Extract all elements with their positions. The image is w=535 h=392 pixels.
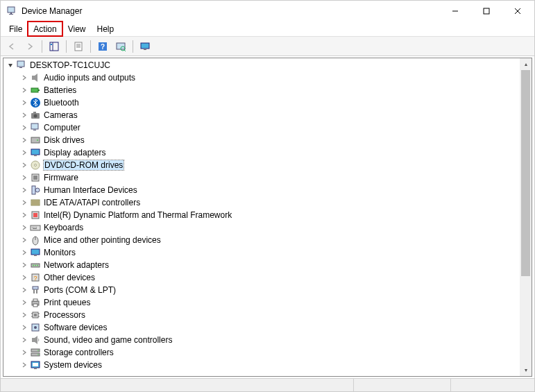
chevron-right-icon[interactable] (20, 211, 28, 219)
tree-item[interactable]: Sound, video and game controllers (3, 334, 520, 346)
chevron-right-icon[interactable] (20, 123, 28, 132)
chevron-right-icon[interactable] (20, 86, 28, 94)
tree-item-label: Monitors (44, 248, 76, 257)
svg-rect-19 (141, 43, 149, 49)
scroll-track[interactable] (520, 70, 532, 364)
svg-point-60 (35, 265, 36, 266)
statusbar (1, 378, 534, 392)
mouse-icon (30, 235, 41, 246)
svg-point-33 (37, 139, 38, 141)
svg-text:?: ? (101, 43, 105, 51)
show-hide-console-tree-button[interactable] (46, 39, 62, 54)
menu-file[interactable]: File (3, 22, 28, 36)
bluetooth-icon (30, 97, 41, 108)
chevron-right-icon[interactable] (20, 248, 28, 257)
titlebar: Device Manager (1, 1, 534, 22)
thermal-icon (30, 210, 41, 221)
chevron-right-icon[interactable] (20, 323, 28, 332)
chevron-right-icon[interactable] (20, 236, 28, 244)
chevron-right-icon[interactable] (20, 286, 28, 294)
chevron-right-icon[interactable] (20, 198, 28, 207)
tree-item[interactable]: Intel(R) Dynamic Platform and Thermal Fr… (3, 209, 520, 221)
tree-item[interactable]: System devices (3, 359, 520, 371)
help-button[interactable]: ? (94, 39, 111, 54)
monitor-icon (30, 247, 41, 258)
tree-item[interactable]: Cameras (3, 109, 520, 121)
chevron-right-icon[interactable] (20, 273, 28, 282)
tree-item[interactable]: Mice and other pointing devices (3, 234, 520, 246)
chevron-right-icon[interactable] (20, 298, 28, 307)
monitor-button[interactable] (137, 39, 153, 54)
tree-item[interactable]: Ports (COM & LPT) (3, 284, 520, 296)
chevron-right-icon[interactable] (20, 336, 28, 344)
window-title: Device Manager (22, 6, 82, 16)
chevron-right-icon[interactable] (20, 348, 28, 357)
tree-item[interactable]: Firmware (3, 171, 520, 184)
svg-rect-39 (33, 176, 37, 180)
properties-button[interactable] (70, 39, 87, 54)
svg-rect-31 (33, 130, 36, 130)
menubar: File Action View Help (1, 22, 534, 37)
chevron-right-icon[interactable] (20, 361, 28, 369)
svg-rect-35 (34, 155, 37, 156)
tree-item[interactable]: IDE ATA/ATAPI controllers (3, 196, 520, 209)
audio-icon (30, 72, 41, 83)
tree-item[interactable]: Processors (3, 309, 520, 321)
tree-item[interactable]: Audio inputs and outputs (3, 71, 520, 84)
svg-rect-56 (31, 249, 40, 255)
scroll-up-button[interactable]: ▴ (520, 58, 532, 70)
tree-item[interactable]: Network adapters (3, 259, 520, 271)
menu-view[interactable]: View (62, 22, 92, 36)
chevron-right-icon[interactable] (20, 161, 28, 169)
svg-rect-24 (31, 88, 38, 92)
tree-item-label: Batteries (44, 85, 76, 95)
chevron-right-icon[interactable] (20, 173, 28, 182)
minimize-button[interactable] (439, 1, 470, 22)
tree-scroll-area[interactable]: DESKTOP-TC1CUJC Audio inputs and outputs… (3, 58, 520, 376)
scroll-thumb[interactable] (521, 70, 530, 276)
tree-item[interactable]: Computer (3, 121, 520, 134)
tree-root[interactable]: DESKTOP-TC1CUJC (3, 59, 520, 71)
tree-item[interactable]: Human Interface Devices (3, 184, 520, 196)
tree-item[interactable]: Print queues (3, 296, 520, 309)
chevron-right-icon[interactable] (20, 99, 28, 107)
svg-rect-29 (33, 112, 36, 113)
tree-item[interactable]: Keyboards (3, 221, 520, 234)
svg-point-37 (35, 164, 37, 167)
tree-item[interactable]: Disk drives (3, 134, 520, 146)
chevron-right-icon[interactable] (20, 261, 28, 269)
tree-item[interactable]: Software devices (3, 321, 520, 334)
sound-icon (30, 334, 41, 346)
chevron-down-icon[interactable] (6, 61, 15, 69)
tree-item[interactable]: Batteries (3, 84, 520, 96)
chevron-right-icon[interactable] (20, 136, 28, 144)
menu-help[interactable]: Help (92, 22, 120, 36)
chevron-right-icon[interactable] (20, 148, 28, 157)
tree-item-label: DVD/CD-ROM drives (44, 160, 124, 170)
svg-rect-57 (34, 255, 37, 256)
close-button[interactable] (502, 1, 533, 22)
svg-rect-4 (484, 8, 489, 14)
tree-item[interactable]: ?Other devices (3, 271, 520, 284)
chevron-right-icon[interactable] (20, 223, 28, 232)
tree-item[interactable]: DVD/CD-ROM drives (3, 159, 520, 171)
tree-item[interactable]: Display adapters (3, 146, 520, 159)
chevron-right-icon[interactable] (20, 186, 28, 194)
tree-item[interactable]: Monitors (3, 246, 520, 259)
svg-rect-32 (31, 137, 40, 143)
scroll-down-button[interactable]: ▾ (520, 364, 532, 376)
chevron-right-icon[interactable] (20, 111, 28, 119)
maximize-button[interactable] (470, 1, 502, 22)
tree-item[interactable]: Bluetooth (3, 96, 520, 109)
printer-icon (30, 297, 41, 308)
chevron-right-icon[interactable] (20, 311, 28, 319)
scan-hardware-button[interactable] (112, 39, 129, 54)
svg-rect-85 (34, 368, 37, 369)
dvd-icon (30, 160, 41, 171)
vertical-scrollbar[interactable]: ▴ ▾ (520, 58, 532, 376)
svg-point-77 (34, 326, 37, 329)
tree-item-label: Print queues (44, 298, 90, 307)
menu-action[interactable]: Action (28, 22, 62, 36)
tree-item[interactable]: Storage controllers (3, 346, 520, 359)
chevron-right-icon[interactable] (20, 74, 28, 82)
